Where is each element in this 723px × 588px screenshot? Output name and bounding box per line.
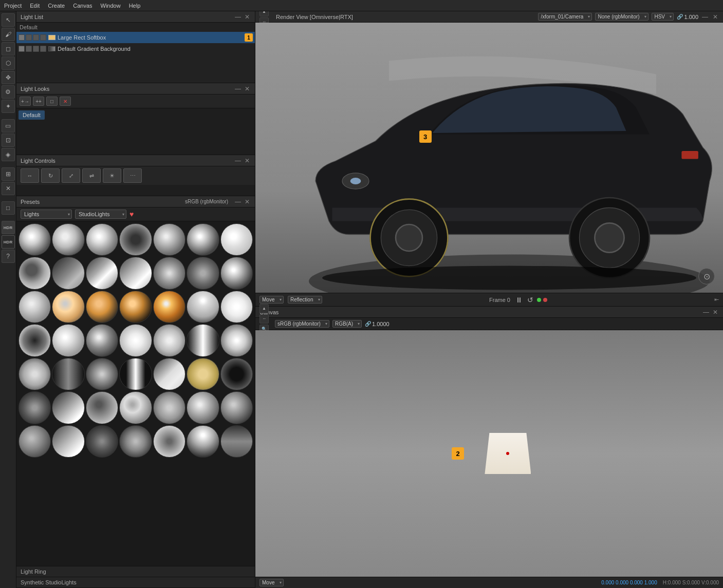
- preset-thumb-8[interactable]: [52, 257, 84, 289]
- toggle-c-1[interactable]: [40, 46, 46, 52]
- canvas-sidebar-btn-1[interactable]: ▲: [259, 304, 269, 313]
- preset-thumb-38[interactable]: [119, 391, 152, 424]
- canvas-footer-move-dropdown[interactable]: Move: [259, 579, 284, 586]
- preset-thumb-33[interactable]: [187, 358, 219, 390]
- render-minimize-btn[interactable]: —: [701, 13, 709, 21]
- preset-thumb-12[interactable]: [187, 257, 219, 289]
- fill-tool-btn[interactable]: ⬡: [2, 56, 15, 70]
- transform-tool-btn[interactable]: ✥: [2, 71, 15, 84]
- menu-project[interactable]: Project: [4, 3, 22, 9]
- ctrl-scale-btn[interactable]: ⤢: [62, 168, 80, 183]
- preset-thumb-47[interactable]: [187, 425, 219, 458]
- preset-thumb-23[interactable]: [86, 324, 118, 356]
- canvas-close-btn[interactable]: ✕: [712, 309, 719, 316]
- preset-thumb-39[interactable]: [153, 391, 186, 424]
- menu-create[interactable]: Create: [48, 3, 65, 9]
- presets-close-btn[interactable]: ✕: [244, 198, 251, 205]
- light-looks-close-btn[interactable]: ✕: [244, 85, 251, 92]
- cancel-tool-btn[interactable]: ✕: [2, 182, 15, 195]
- subcategory-dropdown[interactable]: StudioLights: [75, 210, 126, 219]
- orientation-widget[interactable]: ⊙: [698, 268, 715, 284]
- pause-btn[interactable]: ⏸: [514, 295, 524, 305]
- preset-thumb-21[interactable]: [18, 324, 51, 356]
- render-sidebar-btn-1[interactable]: ▲: [259, 11, 269, 16]
- preset-thumb-34[interactable]: [220, 358, 253, 390]
- preset-thumb-43[interactable]: [52, 425, 84, 458]
- material-tool-btn[interactable]: ◈: [2, 148, 15, 161]
- light-looks-pin-btn[interactable]: —: [234, 85, 242, 92]
- toggle-a-1[interactable]: [26, 46, 32, 52]
- favorites-heart-btn[interactable]: ♥: [129, 210, 134, 218]
- menu-canvas[interactable]: Canvas: [73, 3, 92, 9]
- preset-thumb-44[interactable]: [86, 425, 118, 458]
- light-item-1[interactable]: Default Gradient Background: [16, 43, 255, 54]
- light-tool-btn[interactable]: ✦: [2, 100, 15, 113]
- presets-pin-btn[interactable]: —: [234, 198, 242, 205]
- preset-thumb-31[interactable]: [119, 358, 152, 390]
- toggle-b-0[interactable]: [33, 34, 39, 41]
- canvas-colorspace-dropdown[interactable]: RGB(A): [332, 320, 362, 328]
- hdr2-btn[interactable]: HDR: [2, 235, 15, 249]
- preset-thumb-42[interactable]: [18, 425, 51, 458]
- canvas-image[interactable]: 2: [255, 330, 723, 577]
- panel-tool-btn[interactable]: ▭: [2, 119, 15, 132]
- preset-thumb-25[interactable]: [153, 324, 186, 356]
- select-tool-btn[interactable]: ↖: [2, 13, 15, 27]
- category-dropdown[interactable]: Lights: [21, 210, 72, 219]
- render-image[interactable]: 3 ⊙: [255, 23, 723, 293]
- render-tool-btn[interactable]: ⊡: [2, 134, 15, 147]
- preset-thumb-37[interactable]: [86, 391, 118, 424]
- preset-thumb-18[interactable]: [153, 291, 186, 323]
- looks-del-btn[interactable]: ✕: [60, 97, 71, 106]
- preset-thumb-15[interactable]: [52, 291, 84, 323]
- preset-thumb-1[interactable]: [52, 223, 84, 256]
- preset-thumb-5[interactable]: [187, 223, 219, 256]
- preset-thumb-2[interactable]: [86, 223, 118, 256]
- toggle-c-0[interactable]: [40, 34, 46, 41]
- preset-thumb-9[interactable]: [86, 257, 118, 289]
- light-controls-close-btn[interactable]: ✕: [244, 157, 251, 164]
- render-close-btn[interactable]: ✕: [712, 13, 719, 21]
- light-item-0[interactable]: Large Rect Softbox 1: [16, 32, 255, 43]
- menu-edit[interactable]: Edit: [30, 3, 40, 9]
- ctrl-move-btn[interactable]: ↔: [21, 168, 39, 183]
- preset-thumb-7[interactable]: [18, 257, 51, 289]
- preset-thumb-0[interactable]: [18, 223, 51, 256]
- preset-thumb-17[interactable]: [119, 291, 152, 323]
- preset-thumb-16[interactable]: [86, 291, 118, 323]
- preset-thumb-36[interactable]: [52, 391, 84, 424]
- adjust-tool-btn[interactable]: ⚙: [2, 85, 15, 99]
- preset-thumb-11[interactable]: [153, 257, 186, 289]
- preset-thumb-29[interactable]: [52, 358, 84, 390]
- preset-thumb-48[interactable]: [220, 425, 253, 458]
- menu-help[interactable]: Help: [129, 3, 141, 9]
- eraser-tool-btn[interactable]: ◻: [2, 42, 15, 55]
- help-btn[interactable]: ?: [2, 250, 15, 263]
- preset-thumb-14[interactable]: [18, 291, 51, 323]
- preset-thumb-46[interactable]: [153, 425, 186, 458]
- preset-thumb-3[interactable]: [119, 223, 152, 256]
- preset-thumb-24[interactable]: [119, 324, 152, 356]
- paint-tool-btn[interactable]: 🖌: [2, 28, 15, 41]
- preset-thumb-4[interactable]: [153, 223, 186, 256]
- light-list-close-btn[interactable]: ✕: [244, 13, 251, 21]
- refresh-btn[interactable]: ↺: [526, 295, 535, 305]
- preset-thumb-28[interactable]: [18, 358, 51, 390]
- preset-thumb-19[interactable]: [187, 291, 219, 323]
- preset-thumb-20[interactable]: [220, 291, 253, 323]
- toggle-eye-0[interactable]: [18, 34, 25, 41]
- preset-thumb-27[interactable]: [220, 324, 253, 356]
- reflection-dropdown[interactable]: Reflection: [288, 296, 322, 304]
- colorspace-dropdown[interactable]: HSV: [652, 13, 674, 21]
- looks-dup-btn[interactable]: ++: [33, 97, 44, 106]
- square-tool-btn[interactable]: □: [2, 201, 15, 215]
- preset-thumb-32[interactable]: [153, 358, 186, 390]
- toggle-eye-1[interactable]: [18, 46, 25, 52]
- preset-thumb-30[interactable]: [86, 358, 118, 390]
- ctrl-mirror-btn[interactable]: ⇌: [82, 168, 101, 183]
- light-controls-pin-btn[interactable]: —: [234, 157, 242, 164]
- preset-thumb-6[interactable]: [220, 223, 253, 256]
- looks-add-btn[interactable]: +→: [20, 97, 31, 106]
- light-list-pin-btn[interactable]: —: [234, 13, 242, 21]
- preset-thumb-22[interactable]: [52, 324, 84, 356]
